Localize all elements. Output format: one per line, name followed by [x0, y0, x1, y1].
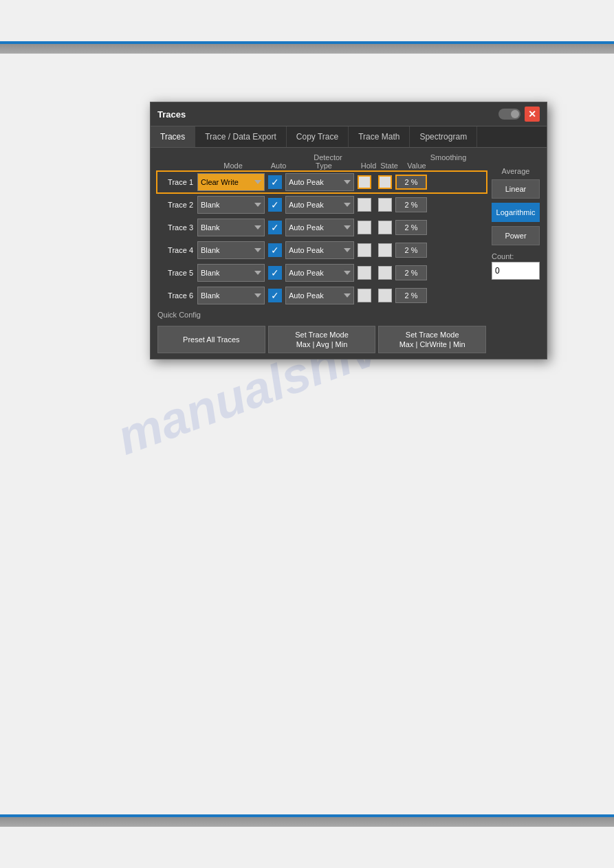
logarithmic-avg-button[interactable]: Logarithmic	[492, 203, 540, 222]
preset-all-traces-button[interactable]: Preset All Traces	[157, 326, 265, 353]
col-type-header: Type	[289, 162, 358, 170]
state-checkbox-1[interactable]	[375, 175, 395, 189]
auto-checkbox-inner-6: ✓	[268, 289, 282, 302]
average-label: Average	[492, 167, 540, 175]
detector-section-label: Detector	[266, 153, 390, 162]
power-avg-button[interactable]: Power	[492, 226, 540, 245]
hold-checkbox-6[interactable]	[354, 289, 375, 302]
top-bar-accent	[0, 41, 614, 44]
mode-select-6[interactable]: Clear WriteBlankMax HoldMin HoldAverageV…	[197, 287, 265, 304]
mode-select-1[interactable]: Clear WriteBlankMax HoldMin HoldAverageV…	[197, 173, 265, 191]
auto-checkbox-3[interactable]: ✓	[265, 221, 285, 234]
state-checkbox-inner-5	[378, 266, 392, 280]
titlebar-controls: ✕	[498, 107, 540, 122]
trace-label-1: Trace 1	[157, 178, 197, 186]
mode-select-5[interactable]: Clear WriteBlankMax HoldMin HoldAverageV…	[197, 264, 265, 282]
state-checkbox-inner-4	[378, 243, 392, 257]
smoothing-section-label: Smoothing	[410, 153, 486, 162]
bottom-bar-accent	[0, 814, 614, 817]
hold-checkbox-3[interactable]	[354, 221, 375, 234]
quick-config-label: Quick Config	[157, 308, 486, 322]
auto-checkbox-inner-5: ✓	[268, 266, 282, 280]
trace-row-4[interactable]: Trace 4Clear WriteBlankMax HoldMin HoldA…	[157, 240, 486, 260]
auto-checkbox-2[interactable]: ✓	[265, 198, 285, 212]
tab-traces[interactable]: Traces	[151, 126, 195, 147]
trace-label-6: Trace 6	[157, 291, 197, 300]
auto-checkbox-inner-1: ✓	[268, 175, 282, 189]
set-trace-mode-avg-button[interactable]: Set Trace Mode Max | Avg | Min	[268, 326, 376, 353]
linear-avg-button[interactable]: Linear	[492, 179, 540, 199]
state-checkbox-2[interactable]	[375, 198, 395, 212]
traces-dialog: Traces ✕ Traces Trace / Data Export Copy…	[150, 102, 547, 359]
type-select-4[interactable]: Auto PeakPositive PeakNegative PeakSampl…	[285, 241, 354, 259]
mode-select-2[interactable]: Clear WriteBlankMax HoldMin HoldAverageV…	[197, 196, 265, 214]
close-button[interactable]: ✕	[525, 107, 540, 122]
hold-checkbox-inner-2	[358, 198, 371, 212]
col-headers: Mode Auto Type Hold State Value	[157, 162, 486, 170]
state-checkbox-6[interactable]	[375, 289, 395, 302]
tab-copy-trace[interactable]: Copy Trace	[287, 126, 349, 147]
toggle-switch[interactable]	[498, 109, 520, 120]
trace-label-2: Trace 2	[157, 201, 197, 209]
auto-checkbox-4[interactable]: ✓	[265, 243, 285, 257]
col-auto-header: Auto	[267, 162, 289, 170]
mode-select-3[interactable]: Clear WriteBlankMax HoldMin HoldAverageV…	[197, 219, 265, 236]
hold-checkbox-inner-6	[358, 289, 371, 302]
state-checkbox-5[interactable]	[375, 266, 395, 280]
type-select-5[interactable]: Auto PeakPositive PeakNegative PeakSampl…	[285, 264, 354, 282]
top-bar	[0, 41, 614, 54]
col-state-header: State	[379, 162, 399, 170]
right-panel: Average Linear Logarithmic Power Count:	[492, 153, 540, 353]
count-input[interactable]	[492, 262, 540, 280]
tab-trace-data-export[interactable]: Trace / Data Export	[195, 126, 287, 147]
hold-checkbox-inner-5	[358, 266, 371, 280]
type-select-2[interactable]: Auto PeakPositive PeakNegative PeakSampl…	[285, 196, 354, 214]
traces-table-area: Detector Smoothing Mode Auto Type Hold S…	[157, 153, 486, 353]
type-select-3[interactable]: Auto PeakPositive PeakNegative PeakSampl…	[285, 219, 354, 236]
type-select-6[interactable]: Auto PeakPositive PeakNegative PeakSampl…	[285, 287, 354, 304]
auto-checkbox-5[interactable]: ✓	[265, 266, 285, 280]
mode-select-4[interactable]: Clear WriteBlankMax HoldMin HoldAverageV…	[197, 241, 265, 259]
dialog-title: Traces	[157, 109, 186, 120]
auto-checkbox-inner-4: ✓	[268, 243, 282, 257]
state-checkbox-4[interactable]	[375, 243, 395, 257]
col-value-header: Value	[399, 162, 434, 170]
trace-row-1[interactable]: Trace 1Clear WriteBlankMax HoldMin HoldA…	[157, 172, 486, 192]
col-mode-header: Mode	[199, 162, 267, 170]
trace-label-3: Trace 3	[157, 223, 197, 232]
set-trace-mode-clrwrite-button[interactable]: Set Trace Mode Max | ClrWrite | Min	[378, 326, 486, 353]
auto-checkbox-6[interactable]: ✓	[265, 289, 285, 302]
value-display-4: 2 %	[395, 243, 427, 258]
hold-checkbox-2[interactable]	[354, 198, 375, 212]
hold-checkbox-1[interactable]	[354, 175, 375, 189]
set-mode-clr-line2: Max | ClrWrite | Min	[399, 340, 465, 349]
value-display-2: 2 %	[395, 197, 427, 212]
set-mode-avg-line2: Max | Avg | Min	[296, 340, 348, 349]
trace-row-2[interactable]: Trace 2Clear WriteBlankMax HoldMin HoldA…	[157, 194, 486, 215]
tab-trace-math[interactable]: Trace Math	[349, 126, 410, 147]
auto-checkbox-1[interactable]: ✓	[265, 175, 285, 189]
state-checkbox-3[interactable]	[375, 221, 395, 234]
type-select-1[interactable]: Auto PeakPositive PeakNegative PeakSampl…	[285, 173, 354, 191]
trace-rows-container: Trace 1Clear WriteBlankMax HoldMin HoldA…	[157, 172, 486, 306]
state-checkbox-inner-2	[378, 198, 392, 212]
state-checkbox-inner-1	[378, 175, 392, 189]
trace-row-5[interactable]: Trace 5Clear WriteBlankMax HoldMin HoldA…	[157, 263, 486, 283]
auto-checkbox-inner-2: ✓	[268, 198, 282, 212]
dialog-titlebar: Traces ✕	[151, 102, 547, 126]
dialog-body: Detector Smoothing Mode Auto Type Hold S…	[151, 148, 547, 359]
hold-checkbox-4[interactable]	[354, 243, 375, 257]
footer-buttons: Preset All Traces Set Trace Mode Max | A…	[157, 322, 486, 353]
bottom-bar	[0, 814, 614, 827]
tab-spectrogram[interactable]: Spectrogram	[410, 126, 477, 147]
hold-checkbox-inner-4	[358, 243, 371, 257]
hold-checkbox-5[interactable]	[354, 266, 375, 280]
set-mode-avg-line1: Set Trace Mode	[295, 330, 349, 340]
state-checkbox-inner-6	[378, 289, 392, 302]
trace-label-4: Trace 4	[157, 246, 197, 254]
trace-row-3[interactable]: Trace 3Clear WriteBlankMax HoldMin HoldA…	[157, 217, 486, 238]
hold-checkbox-inner-3	[358, 221, 371, 234]
value-display-5: 2 %	[395, 265, 427, 280]
count-section: Count:	[492, 252, 540, 280]
trace-row-6[interactable]: Trace 6Clear WriteBlankMax HoldMin HoldA…	[157, 285, 486, 306]
